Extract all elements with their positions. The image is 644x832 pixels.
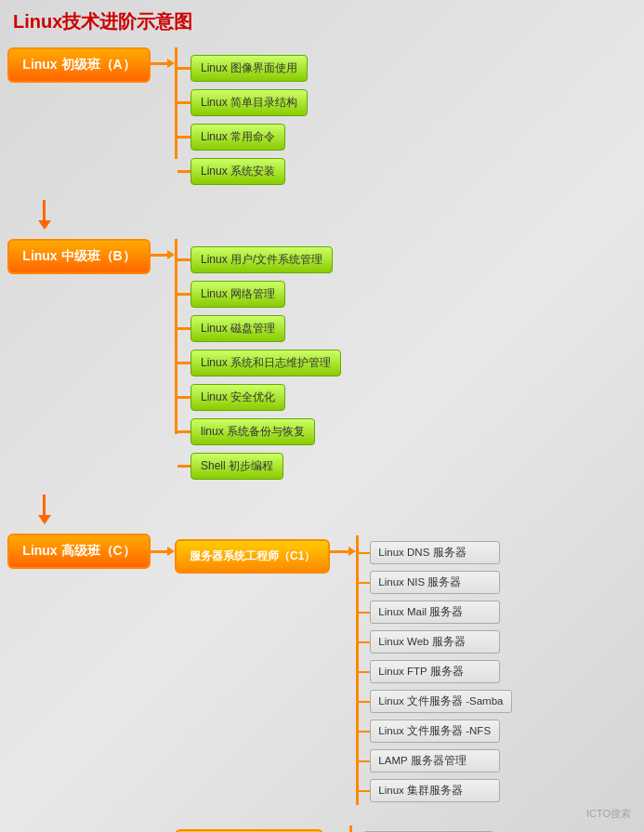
c-label-col: Linux 高级班（C） [9,534,149,569]
tree-branch: Linux 用户/文件系统管理 [177,246,341,273]
c1-item-5: Linux 文件服务器 -Samba [370,690,511,713]
b-item-6: Shell 初步编程 [191,453,283,480]
tree-branch: Linux 网络管理 [177,281,341,308]
c1-item-4: Linux FTP 服务器 [370,660,500,683]
arrow-a-b [9,200,79,230]
level-c-box: Linux 高级班（C） [7,534,150,569]
section-c: Linux 高级班（C） 服务器系统工程师（C1） [9,534,635,832]
tree-branch: Linux 磁盘管理 [177,315,341,342]
b-item-4: Linux 安全优化 [191,384,285,411]
b-hline [149,254,167,257]
c1-item-8: Linux 集群服务器 [370,779,500,802]
c-sub-branch: Linux NIS 服务器 [359,571,511,594]
a-arrow [167,59,175,68]
c1-sub-hline [330,550,348,553]
level-a-box: Linux 初级班（A） [7,47,150,83]
c-sub-tree: 服务器系统工程师（C1） Linux DNS 服务器 [149,534,512,832]
arrow-b-c [9,495,79,524]
a-branches: Linux 图像界面使用 Linux 简单目录结构 Linux 常用命令 Lin… [175,47,308,185]
c1-item-6: Linux 文件服务器 -NFS [370,720,500,743]
tree-branch: Linux 简单目录结构 [177,89,308,116]
c1-connector [149,547,175,556]
b-item-5: linux 系统备份与恢复 [191,418,315,445]
level-b-box: Linux 中级班（B） [7,239,150,274]
c1-block: 服务器系统工程师（C1） [175,539,330,574]
a-item-1: Linux 简单目录结构 [191,89,308,116]
c2-row: 开发工程师（C2） Shell 高级编程 [149,824,512,832]
c-sub-branch: Linux 文件服务器 -NFS [359,720,511,743]
b-item-3: Linux 系统和日志维护管理 [191,350,341,376]
c2-items-tree: Shell 高级编程 C 语言开发 内核基础 嵌入式开发 [349,825,493,832]
c1-items-list: Linux DNS 服务器 Linux NIS 服务器 Linux Mail 服… [359,535,511,802]
tree-branch: Shell 初步编程 [177,453,341,480]
b-branches: Linux 用户/文件系统管理 Linux 网络管理 Linux 磁盘管理 Li… [175,239,341,480]
tree-branch: Linux 系统和日志维护管理 [177,350,341,376]
watermark: ICTO搜索 [586,807,631,821]
c1-sub-arrow [348,547,356,556]
c1-hline [149,550,167,553]
a-item-2: Linux 常用命令 [191,124,285,151]
c1-arrow [167,547,175,556]
c-sub-branch: Linux 文件服务器 -Samba [359,690,511,713]
c1-item-3: Linux Web 服务器 [370,630,500,654]
section-a: Linux 初级班（A） Linux 图像界面使用 Linux 简单目录结构 [9,47,635,185]
c-sub-branch: Linux Web 服务器 [359,630,511,654]
c1-label-box: 服务器系统工程师（C1） [175,539,330,574]
section-b: Linux 中级班（B） Linux 用户/文件系统管理 Linux 网络管理 … [9,239,635,480]
b-connector [149,250,175,259]
a-item-3: Linux 系统安装 [191,158,285,185]
a-hline [149,62,167,65]
c1-item-2: Linux Mail 服务器 [370,601,500,624]
c-sub-branch: LAMP 服务器管理 [359,749,511,773]
a-connector [149,59,175,68]
c1-item-7: LAMP 服务器管理 [370,749,500,773]
c1-items-tree: Linux DNS 服务器 Linux NIS 服务器 Linux Mail 服… [356,535,511,805]
c1-item-0: Linux DNS 服务器 [370,541,500,564]
b-arrow [167,250,175,259]
c-sub-branch: Linux FTP 服务器 [359,660,511,683]
b-item-0: Linux 用户/文件系统管理 [191,246,333,273]
c-sub-branch: Linux 集群服务器 [359,779,511,802]
tree-branch: Linux 安全优化 [177,384,341,411]
b-item-1: Linux 网络管理 [191,281,285,308]
c1-sub-connector [330,547,356,556]
c2-items-list: Shell 高级编程 C 语言开发 内核基础 嵌入式开发 [352,825,493,832]
c1-item-1: Linux NIS 服务器 [370,571,500,594]
c1-row: 服务器系统工程师（C1） Linux DNS 服务器 [149,534,512,805]
b-item-2: Linux 磁盘管理 [191,315,285,342]
b-leaf-list: Linux 用户/文件系统管理 Linux 网络管理 Linux 磁盘管理 Li… [177,239,341,480]
tree-branch: linux 系统备份与恢复 [177,418,341,445]
page-title: Linux技术进阶示意图 [9,9,635,34]
c-sub-branch: Linux DNS 服务器 [359,541,511,564]
a-item-0: Linux 图像界面使用 [191,55,308,82]
tree-branch: Linux 系统安装 [177,158,308,185]
a-leaf-list: Linux 图像界面使用 Linux 简单目录结构 Linux 常用命令 Lin… [177,47,308,185]
page: Linux技术进阶示意图 Linux 初级班（A） Linux 图像界面使用 L… [0,0,644,832]
tree-branch: Linux 常用命令 [177,124,308,151]
c-sub-branch: Linux Mail 服务器 [359,601,511,624]
tree-branch: Linux 图像界面使用 [177,55,308,82]
